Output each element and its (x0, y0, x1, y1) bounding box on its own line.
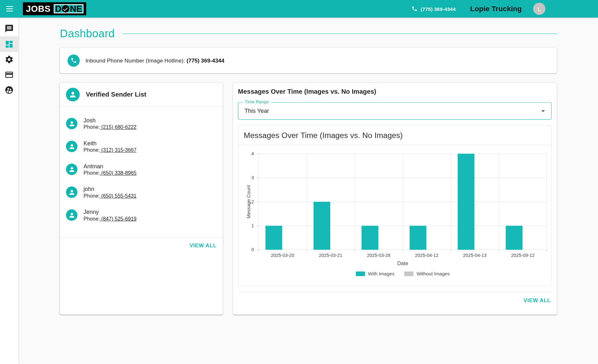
credit-card-icon (4, 70, 14, 79)
sidebar-item-messages[interactable] (0, 21, 18, 36)
sender-phone-link[interactable]: (847) 525-6919 (100, 216, 136, 222)
legend-label: Without Images (417, 271, 450, 277)
x-tick-mark (307, 250, 307, 252)
person-circle-icon (66, 88, 80, 101)
sidebar-item-users[interactable] (0, 82, 18, 98)
person-avatar-icon (66, 209, 77, 221)
sidebar-item-dashboard[interactable] (0, 36, 18, 52)
y-tick-mark (256, 154, 259, 154)
phone-circle-icon (68, 54, 80, 66)
logo-done-d: D (55, 4, 62, 14)
chat-icon (4, 24, 14, 33)
bar-group (307, 154, 355, 250)
bar-group (259, 154, 307, 250)
x-tick-label: 2025-04-13 (463, 253, 486, 258)
sender-name: Antman (84, 163, 136, 169)
phone-icon (412, 6, 418, 12)
list-item: Jenny Phone: (847) 525-6919 (60, 204, 223, 227)
sender-phone: Phone: (650) 338-8965 (84, 170, 136, 176)
legend-label: With Images (368, 271, 394, 277)
y-tick-mark (256, 202, 259, 202)
sidebar-item-billing[interactable] (0, 67, 18, 83)
page-title: Dashboard (60, 27, 115, 40)
person-avatar-icon (66, 118, 77, 129)
bar-group (499, 154, 547, 250)
chevron-down-icon (541, 110, 545, 112)
y-tick-mark (256, 226, 259, 226)
topbar-phone-display: (775) 369-4344 (412, 6, 456, 12)
sender-phone-link[interactable]: (650) 338-8965 (100, 170, 136, 176)
chart-card: Messages Over Time (Images vs. No Images… (238, 125, 551, 286)
messages-view-all-button[interactable]: VIEW ALL (523, 297, 551, 303)
sender-list: Josh Phone: (215) 680-6222 Keith Phone: … (60, 107, 223, 227)
time-range-select[interactable]: Time Range This Year (238, 102, 551, 120)
sender-phone-link[interactable]: (650) 555-5431 (100, 193, 136, 199)
x-tick-mark (355, 250, 355, 252)
sender-name: Josh (84, 117, 136, 123)
hotline-text: Inbound Phone Number (Image Hotline): (7… (85, 57, 224, 63)
legend-swatch (405, 272, 414, 276)
y-tick-label: 0 (242, 247, 254, 252)
logo-done-box: D NE (53, 4, 84, 14)
sender-phone-link[interactable]: (312) 315-3667 (100, 147, 136, 153)
chart-legend: With ImagesWithout Images (259, 271, 547, 277)
x-tick-mark (451, 250, 451, 252)
x-tick-mark (403, 250, 403, 252)
x-tick-label: 2025-09-12 (511, 253, 535, 258)
sender-phone-link[interactable]: (215) 680-6222 (100, 124, 136, 130)
legend-item[interactable]: With Images (356, 271, 394, 277)
person-avatar-icon (66, 186, 77, 198)
messages-panel: Messages Over Time (Images vs. No Images… (233, 83, 557, 315)
verified-sender-card: Verified Sender List Josh Phone: (215) 6… (60, 83, 223, 315)
x-tick-label: 2025-03-20 (271, 253, 294, 258)
dashboard-icon (4, 40, 14, 49)
legend-item[interactable]: Without Images (405, 271, 450, 277)
sender-list-title: Verified Sender List (86, 91, 146, 98)
sender-phone: Phone: (312) 315-3667 (84, 147, 136, 153)
logo-done-ne: NE (70, 4, 82, 14)
account-name: Lopie Trucking (470, 4, 522, 13)
legend-swatch (356, 272, 365, 276)
chart-title: Messages Over Time (Images vs. No Images… (244, 131, 546, 140)
y-tick-label: 1 (242, 223, 254, 229)
y-tick-label: 2 (242, 199, 254, 205)
hamburger-icon (6, 6, 13, 11)
bar-chart: Message Count 01234 2025-03-202025-03-21… (238, 145, 551, 286)
x-tick-mark (546, 250, 547, 252)
bar-with-images (457, 154, 474, 250)
bar-with-images (313, 202, 330, 250)
bar-with-images (361, 226, 378, 250)
sender-view-all-button[interactable]: VIEW ALL (189, 243, 216, 249)
topbar-phone-number: (775) 369-4344 (421, 6, 456, 12)
bar-group (403, 154, 451, 250)
messages-panel-title: Messages Over Time (Images vs. No Images… (238, 88, 551, 96)
hotline-label: Inbound Phone Number (Image Hotline): (85, 57, 186, 63)
sidebar (0, 18, 18, 364)
sidebar-item-settings[interactable] (0, 52, 18, 67)
y-tick-label: 4 (242, 151, 254, 157)
bar-group (451, 154, 499, 250)
x-tick-mark (499, 250, 499, 252)
sender-phone: Phone: (847) 525-6919 (84, 216, 136, 222)
y-tick-mark (256, 178, 259, 178)
sender-name: Jenny (84, 208, 136, 215)
check-circle-icon (62, 5, 69, 13)
list-item: Antman Phone: (650) 338-8965 (60, 158, 223, 181)
time-range-value: This Year (244, 107, 269, 114)
sender-name: john (84, 186, 136, 192)
hotline-number-link[interactable]: (775) 369-4344 (186, 57, 224, 63)
x-tick-mark (259, 250, 259, 252)
supervised-users-icon (4, 85, 14, 95)
bar-with-images (506, 226, 522, 250)
person-avatar-icon (66, 141, 77, 152)
menu-button[interactable] (1, 0, 18, 18)
x-tick-label: 2025-03-28 (367, 253, 390, 258)
sender-phone: Phone: (215) 680-6222 (84, 124, 136, 130)
x-axis-title: Date (259, 260, 547, 266)
bar-with-images (409, 226, 426, 250)
settings-gear-icon (4, 55, 14, 64)
list-item: john Phone: (650) 555-5431 (60, 181, 223, 204)
avatar[interactable]: L (533, 3, 545, 15)
y-tick-label: 3 (242, 175, 254, 180)
x-tick-label: 2025-04-12 (415, 253, 438, 258)
